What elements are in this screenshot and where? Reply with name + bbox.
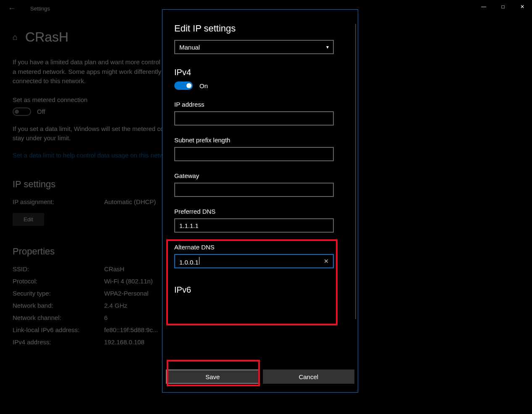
preferred-dns-input[interactable]: 1.1.1.1 (174, 218, 334, 233)
ip-address-input[interactable] (174, 111, 334, 126)
ipv4-toggle-state: On (199, 82, 208, 89)
subnet-label: Subnet prefix length (174, 136, 346, 144)
metered-state: Off (37, 108, 45, 115)
band-label: Network band: (13, 302, 104, 309)
chevron-down-icon: ▾ (326, 44, 329, 50)
ip-mode-select[interactable]: Manual ▾ (174, 40, 334, 54)
protocol-value: Wi-Fi 4 (802.11n) (104, 278, 153, 285)
edit-button[interactable]: Edit (13, 213, 44, 226)
dialog-title: Edit IP settings (174, 23, 346, 34)
alternate-dns-label: Alternate DNS (174, 244, 346, 251)
ipv6ll-label: Link-local IPv6 address: (13, 326, 104, 333)
protocol-label: Protocol: (13, 278, 104, 285)
edit-ip-settings-dialog: Edit IP settings Manual ▾ IPv4 On IP add… (162, 9, 358, 393)
channel-label: Network channel: (13, 314, 104, 321)
security-label: Security type: (13, 290, 104, 297)
channel-value: 6 (104, 314, 107, 321)
ipv6-heading: IPv6 (174, 285, 346, 295)
dialog-scrollbar[interactable] (355, 24, 356, 319)
ssid-label: SSID: (13, 265, 104, 273)
save-button[interactable]: Save (166, 369, 259, 384)
ip-mode-value: Manual (179, 44, 200, 51)
page-title: CRasH (25, 29, 68, 45)
back-button[interactable]: ← (3, 4, 20, 13)
home-icon: ⌂ (13, 32, 18, 42)
ip-assignment-label: IP assignment: (13, 198, 104, 205)
ip-address-label: IP address (174, 101, 346, 108)
ip-assignment-value: Automatic (DHCP) (104, 198, 156, 205)
subnet-input[interactable] (174, 147, 334, 161)
window-title: Settings (30, 5, 50, 12)
metered-toggle[interactable] (13, 107, 31, 116)
gateway-input[interactable] (174, 183, 334, 197)
gateway-label: Gateway (174, 172, 346, 179)
ipv6ll-value: fe80::19f:5d88:9c... (104, 326, 158, 333)
ipv4-value: 192.168.0.108 (104, 338, 144, 346)
preferred-dns-label: Preferred DNS (174, 208, 346, 215)
ipv4-toggle[interactable] (174, 81, 193, 90)
ssid-value: CRasH (104, 265, 124, 273)
ipv4-heading: IPv4 (174, 68, 346, 77)
security-value: WPA2-Personal (104, 290, 149, 297)
ipv4-label: IPv4 address: (13, 338, 104, 346)
band-value: 2.4 GHz (104, 302, 127, 309)
cancel-button[interactable]: Cancel (263, 369, 355, 384)
alternate-dns-input[interactable]: 1.0.0.1 ✕ (174, 254, 334, 268)
clear-input-icon[interactable]: ✕ (324, 258, 329, 265)
